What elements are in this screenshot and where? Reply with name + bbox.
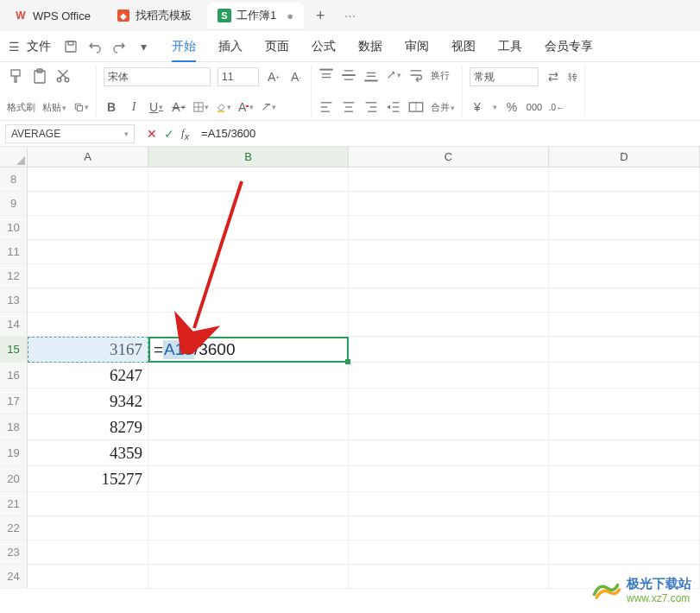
row-header[interactable]: 17 [0, 389, 28, 414]
format-painter-button[interactable] [7, 67, 24, 85]
cell-B11[interactable] [148, 240, 349, 263]
cell-C17[interactable] [349, 389, 549, 414]
thousands-icon[interactable]: 000 [527, 99, 542, 115]
cut-icon[interactable] [55, 68, 71, 84]
menu-member[interactable]: 会员专享 [545, 39, 593, 54]
grid-body[interactable]: 8910111213141531671662471793421882791943… [0, 167, 700, 589]
row-header[interactable]: 16 [0, 363, 28, 388]
cell-C12[interactable] [349, 264, 549, 288]
cell-A18[interactable]: 8279 [28, 414, 148, 439]
cell-A22[interactable] [28, 516, 148, 540]
cell-A20[interactable]: 15277 [28, 466, 148, 491]
cell-B14[interactable] [148, 313, 349, 336]
name-box-dropdown-icon[interactable]: ▾ [124, 130, 129, 138]
cell-B18[interactable] [148, 414, 349, 439]
percent-icon[interactable]: % [504, 99, 520, 115]
menu-review[interactable]: 审阅 [405, 39, 429, 54]
cell-C24[interactable] [349, 565, 549, 588]
cell-A16[interactable]: 6247 [28, 363, 148, 388]
confirm-formula-icon[interactable]: ✓ [164, 127, 174, 141]
menu-data[interactable]: 数据 [358, 39, 382, 54]
cell-D9[interactable] [549, 192, 700, 215]
clear-format-icon[interactable]: ▾ [261, 99, 276, 115]
wrap-text-icon[interactable] [408, 67, 424, 83]
tab-menu-button[interactable]: ⋯ [337, 9, 363, 22]
formula-input[interactable] [196, 124, 700, 143]
currency-icon[interactable]: ¥ [470, 99, 485, 115]
cell-B21[interactable] [148, 492, 349, 515]
cell-A13[interactable] [28, 288, 148, 312]
cell-A15[interactable]: 3167 [28, 337, 148, 362]
cell-B12[interactable] [148, 264, 349, 288]
cell-B8[interactable] [148, 167, 349, 191]
font-name-select[interactable] [104, 67, 211, 86]
align-top-icon[interactable] [318, 67, 334, 83]
cell-A23[interactable] [28, 540, 148, 564]
select-all-corner[interactable] [0, 147, 28, 167]
cell-editor[interactable]: =A15/3600 [148, 337, 349, 363]
add-tab-button[interactable]: + [309, 7, 332, 25]
cell-C11[interactable] [349, 240, 549, 263]
file-menu[interactable]: 文件 [27, 39, 51, 54]
underline-icon[interactable]: U▾ [148, 99, 164, 115]
row-header[interactable]: 18 [0, 414, 28, 439]
decrease-font-icon[interactable]: A- [288, 69, 304, 85]
menu-view[interactable]: 视图 [451, 39, 476, 54]
menu-insert[interactable]: 插入 [218, 39, 243, 54]
col-header-D[interactable]: D [549, 147, 700, 167]
align-bottom-icon[interactable] [363, 67, 379, 83]
fill-handle[interactable] [345, 359, 350, 364]
name-box[interactable]: AVERAGE ▾ [5, 124, 135, 143]
hamburger-icon[interactable]: ☰ [9, 40, 20, 54]
cell-D17[interactable] [549, 389, 700, 414]
col-header-C[interactable]: C [349, 147, 549, 167]
cell-C8[interactable] [349, 167, 549, 191]
cell-B9[interactable] [148, 192, 349, 215]
cell-D19[interactable] [549, 440, 700, 465]
qat-dropdown-icon[interactable]: ▾ [136, 39, 151, 54]
italic-icon[interactable]: I [126, 99, 142, 115]
cell-D22[interactable] [549, 516, 700, 540]
cell-D13[interactable] [549, 288, 700, 312]
row-header[interactable]: 19 [0, 440, 28, 465]
cell-B13[interactable] [148, 288, 349, 312]
align-right-icon[interactable] [363, 99, 379, 115]
cell-D11[interactable] [549, 240, 700, 263]
cell-B22[interactable] [148, 516, 349, 540]
align-left-icon[interactable] [318, 99, 334, 115]
number-format-select[interactable] [470, 67, 539, 86]
cell-A11[interactable] [28, 240, 148, 263]
cell-A19[interactable]: 4359 [28, 440, 148, 465]
tab-wps-office[interactable]: W WPS Office [3, 3, 101, 28]
strikethrough-icon[interactable]: A▾ [171, 99, 186, 115]
cell-C23[interactable] [349, 540, 549, 564]
cell-C22[interactable] [349, 516, 549, 540]
cell-C10[interactable] [349, 216, 549, 239]
cell-B16[interactable] [148, 363, 349, 388]
cell-D10[interactable] [549, 216, 700, 239]
menu-tools[interactable]: 工具 [498, 39, 522, 54]
font-size-select[interactable] [218, 67, 259, 86]
menu-formula[interactable]: 公式 [312, 39, 336, 54]
orientation-icon[interactable]: ▾ [386, 67, 401, 83]
row-header[interactable]: 14 [0, 313, 28, 336]
redo-icon[interactable] [111, 39, 127, 54]
row-header[interactable]: 8 [0, 167, 28, 191]
indent-decrease-icon[interactable] [386, 99, 401, 115]
cell-A12[interactable] [28, 264, 148, 288]
cell-D14[interactable] [549, 313, 700, 336]
row-header[interactable]: 15 [0, 337, 28, 362]
cell-C18[interactable] [349, 414, 549, 439]
row-header[interactable]: 13 [0, 288, 28, 312]
cell-A9[interactable] [28, 192, 148, 215]
cell-B10[interactable] [148, 216, 349, 239]
border-icon[interactable]: ▾ [193, 99, 209, 115]
cell-C16[interactable] [349, 363, 549, 388]
cell-D23[interactable] [549, 540, 700, 564]
row-header[interactable]: 22 [0, 516, 28, 540]
copy-icon[interactable]: ▾ [73, 99, 89, 115]
cell-B24[interactable] [148, 565, 349, 588]
cell-C14[interactable] [349, 313, 549, 336]
menu-page[interactable]: 页面 [265, 39, 289, 54]
row-header[interactable]: 11 [0, 240, 28, 263]
